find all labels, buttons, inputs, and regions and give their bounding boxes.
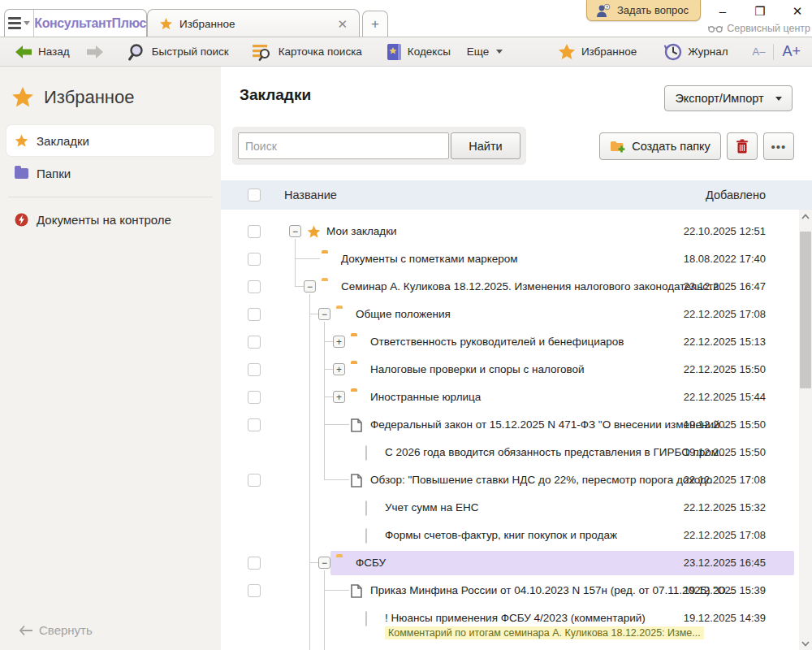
tree-connector (309, 314, 318, 314)
row-checkbox[interactable] (248, 336, 261, 349)
row-label: Формы счетов-фактур, книг покупок и прод… (385, 529, 617, 541)
forward-button[interactable] (78, 37, 112, 66)
row-comment: Комментарий по итогам семинара А. Кулико… (385, 626, 704, 639)
scroll-down-icon[interactable] (799, 637, 812, 650)
row-checkbox[interactable] (248, 280, 261, 293)
row-date: 23.12.2025 16:45 (684, 557, 766, 569)
row-label: ФСБУ (356, 557, 386, 569)
bookmark-icon (365, 611, 367, 626)
vertical-scrollbar[interactable] (799, 210, 812, 650)
select-all-checkbox[interactable] (248, 188, 261, 202)
tree-connector (324, 322, 325, 480)
collapse-node-icon[interactable]: − (318, 308, 330, 320)
main-panel: Закладки Экспорт/Импорт Найти Создать па… (221, 67, 812, 650)
search-icon (128, 43, 146, 61)
quick-search-button[interactable]: Быстрый поиск (120, 37, 237, 66)
more-actions-button[interactable]: ••• (763, 132, 794, 160)
row-checkbox[interactable] (248, 418, 261, 431)
bookmark-icon (365, 445, 367, 461)
sidebar-item-folders[interactable]: Папки (6, 158, 214, 188)
row-label: Мои закладки (326, 225, 397, 237)
tab-favorites[interactable]: Избранное ✕ (147, 9, 360, 37)
row-checkbox[interactable] (248, 474, 261, 487)
close-window-button[interactable]: ✕ (789, 3, 806, 20)
back-button[interactable]: Назад (6, 37, 78, 66)
main-menu-button[interactable] (5, 10, 34, 37)
row-label: Документы с пометками маркером (341, 253, 518, 265)
expand-node-icon[interactable]: + (333, 363, 345, 375)
tree-row[interactable]: −Мои закладки22.10.2025 12:51 (221, 218, 812, 245)
collapse-node-icon[interactable]: − (289, 225, 301, 237)
font-increase-button[interactable]: А+ (774, 37, 809, 66)
row-date: 19.12.2025 15:39 (684, 584, 766, 596)
row-checkbox[interactable] (248, 557, 261, 570)
tree-connector (324, 424, 349, 425)
row-checkbox[interactable] (248, 584, 261, 597)
search-card-button[interactable]: Карточка поиска (244, 37, 370, 66)
tab-label: Избранное (179, 18, 334, 30)
row-label: Учет сумм на ЕНС (385, 501, 478, 514)
row-date: 19.12.2025 14:39 (684, 612, 766, 624)
tree-connector (309, 294, 310, 650)
tree-row[interactable]: Документы с пометками маркером18.08.2022… (221, 245, 812, 273)
new-tab-button[interactable]: + (362, 11, 388, 37)
sidebar-item-docs-on-control[interactable]: Документы на контроле (6, 204, 214, 235)
ask-question-button[interactable]: ? Задать вопрос (586, 0, 701, 21)
tree-connector (295, 286, 304, 287)
row-checkbox[interactable] (248, 253, 261, 266)
search-input[interactable] (238, 132, 449, 159)
maximize-button[interactable]: ❒ (752, 3, 768, 20)
sidebar-title: Избранное (0, 67, 221, 124)
row-date: 22.12.2025 17:08 (684, 474, 766, 486)
star-icon (307, 225, 321, 239)
collapse-node-icon[interactable]: − (318, 557, 330, 569)
document-icon (351, 418, 362, 432)
codes-button[interactable]: Кодексы (378, 37, 459, 66)
scrollbar-thumb[interactable] (800, 232, 811, 388)
row-date: 19.12.2025 15:50 (684, 418, 766, 431)
minimize-button[interactable]: – (715, 3, 731, 20)
row-date: 23.12.2025 16:47 (684, 280, 766, 292)
support-person-icon: ? (595, 4, 611, 17)
row-label: Иностранные юрлица (370, 391, 481, 403)
expand-node-icon[interactable]: + (333, 336, 345, 348)
more-button[interactable]: Еще (459, 37, 511, 66)
close-tab-icon[interactable]: ✕ (334, 16, 351, 32)
collapse-node-icon[interactable]: − (304, 280, 316, 292)
row-label: С 2026 года вводится обязанность предста… (385, 446, 728, 458)
row-checkbox[interactable] (248, 391, 261, 404)
sidebar-item-bookmarks[interactable]: Закладки (6, 125, 214, 156)
history-clock-icon (664, 43, 682, 61)
service-center-link[interactable]: Сервисный центр (708, 23, 810, 34)
font-decrease-button[interactable]: А– (745, 37, 774, 66)
toolbar: Назад Быстрый поиск Карточка поиска Коде… (0, 37, 812, 67)
column-added: Добавлено (706, 188, 766, 202)
scroll-up-icon[interactable] (799, 210, 812, 223)
journal-button[interactable]: Журнал (656, 37, 736, 66)
tree-connector (324, 479, 349, 480)
row-label: Ответственность руководителей и бенефици… (370, 336, 624, 348)
row-checkbox[interactable] (248, 308, 261, 321)
tree-connector (295, 258, 320, 259)
star-icon (11, 86, 34, 109)
row-checkbox[interactable] (248, 363, 261, 376)
row-date: 22.12.2025 17:08 (684, 308, 766, 320)
row-date: 18.08.2022 17:40 (684, 253, 766, 265)
tree-connector (324, 570, 325, 650)
row-date: 22.10.2025 12:51 (684, 225, 766, 237)
document-icon (351, 474, 362, 488)
export-import-button[interactable]: Экспорт/Импорт (664, 85, 793, 111)
collapse-sidebar-button[interactable]: Свернуть (19, 623, 93, 637)
chevron-down-icon (24, 21, 30, 25)
create-folder-button[interactable]: Создать папку (599, 132, 721, 160)
star-icon (558, 43, 576, 61)
bookmark-icon (365, 500, 367, 516)
chevron-down-icon (496, 50, 503, 54)
row-checkbox[interactable] (248, 225, 261, 238)
delete-button[interactable] (727, 132, 758, 160)
expand-node-icon[interactable]: + (333, 391, 345, 403)
sidebar-divider (8, 197, 213, 197)
favorites-button[interactable]: Избранное (550, 37, 645, 66)
find-button[interactable]: Найти (451, 132, 520, 159)
tree-connector (309, 562, 318, 563)
